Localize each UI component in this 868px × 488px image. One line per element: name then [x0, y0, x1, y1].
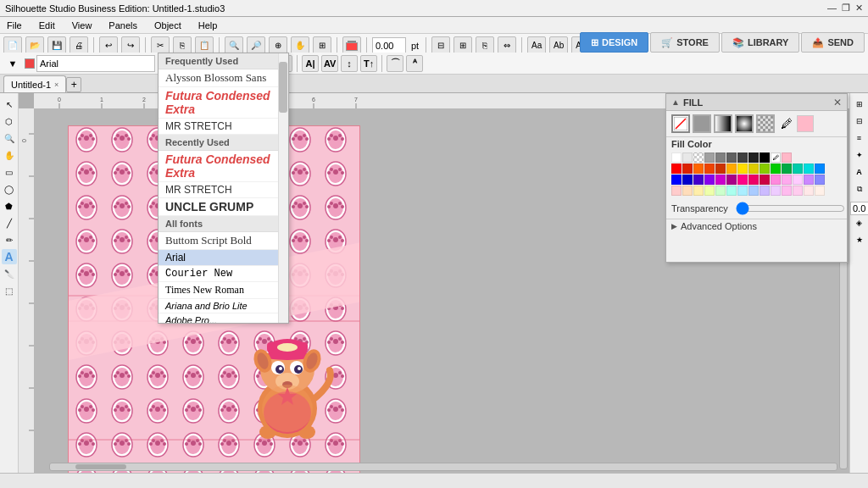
- advanced-options-btn[interactable]: Advanced Options: [681, 221, 757, 231]
- tool-knife[interactable]: 🔪: [2, 266, 17, 281]
- swatch-darkorange[interactable]: [704, 164, 715, 174]
- swatch-green[interactable]: [771, 164, 781, 174]
- swatch-purple[interactable]: [726, 175, 737, 185]
- font-item-arial[interactable]: Arial: [159, 250, 288, 266]
- tab-library[interactable]: 📚 LIBRARY: [721, 32, 799, 53]
- fill-type-linear[interactable]: [714, 114, 732, 133]
- tool-ellipse[interactable]: ◯: [2, 181, 17, 197]
- swatch-gray[interactable]: [704, 152, 715, 163]
- swatch-p4[interactable]: [704, 186, 715, 196]
- swatch-p13[interactable]: [804, 186, 814, 196]
- swatch-crimson[interactable]: [748, 175, 759, 185]
- swatch-lime[interactable]: [760, 164, 770, 174]
- new-tab-btn[interactable]: +: [66, 77, 81, 92]
- swatch-aqua[interactable]: [793, 164, 803, 174]
- swatch-p12[interactable]: [793, 186, 803, 196]
- tracking-btn[interactable]: AV: [321, 55, 338, 72]
- font-color-swatch[interactable]: [25, 58, 35, 69]
- font-item-futura-freq[interactable]: Futura Condensed Extra: [159, 87, 288, 119]
- swatch-black[interactable]: [760, 152, 770, 163]
- tool-rectangle[interactable]: ▭: [2, 164, 17, 180]
- rt-layers[interactable]: ≡: [852, 130, 867, 146]
- rt-star[interactable]: ★: [852, 232, 867, 247]
- leading-btn[interactable]: ↕: [341, 55, 358, 72]
- menu-panels[interactable]: Panels: [105, 19, 141, 32]
- close-btn[interactable]: ✕: [855, 3, 863, 14]
- document-tab[interactable]: Untitled-1 ×: [3, 75, 66, 92]
- swatch-lavender[interactable]: [793, 175, 803, 185]
- swatch-darkgray[interactable]: [726, 152, 737, 163]
- swatch-pink2[interactable]: [782, 175, 792, 185]
- swatch-gray2[interactable]: [715, 152, 726, 163]
- fill-panel-collapse-btn[interactable]: ▲: [671, 97, 680, 107]
- swatch-violet[interactable]: [704, 175, 715, 185]
- tool-eraser[interactable]: ⬚: [2, 283, 17, 298]
- minimize-btn[interactable]: —: [827, 3, 837, 14]
- swatch-checker[interactable]: [693, 152, 704, 163]
- swatch-p14[interactable]: [815, 186, 825, 196]
- kerning-btn[interactable]: A|: [302, 55, 319, 72]
- swatch-indigo[interactable]: [693, 175, 704, 185]
- maximize-btn[interactable]: ❐: [842, 3, 850, 14]
- swatch-amber[interactable]: [726, 164, 737, 174]
- eyedropper-btn[interactable]: 🖉: [781, 117, 793, 130]
- rt-effects[interactable]: ✦: [852, 147, 867, 163]
- font-dropdown-scrollthumb[interactable]: [279, 62, 287, 113]
- swatch-p2[interactable]: [682, 186, 693, 196]
- hscroll-thumb[interactable]: [75, 464, 126, 469]
- menu-help[interactable]: Help: [195, 19, 221, 32]
- swatch-p10[interactable]: [771, 186, 781, 196]
- swatch-navy[interactable]: [682, 175, 693, 185]
- font-dropdown-scrollbar[interactable]: [278, 53, 288, 323]
- swatch-lightgray1[interactable]: [682, 152, 693, 163]
- warp-btn[interactable]: ⌒: [387, 55, 403, 72]
- font-item-mrstretch-recent[interactable]: MR STRETCH: [159, 182, 288, 198]
- fill-type-solid[interactable]: [693, 114, 711, 133]
- fill-type-none[interactable]: [671, 114, 690, 133]
- transparency-value-input[interactable]: [850, 202, 868, 215]
- swatch-white[interactable]: [671, 152, 682, 163]
- rt-typography[interactable]: A: [852, 164, 867, 180]
- rt-replicate[interactable]: ⧉: [852, 181, 867, 197]
- swatch-p3[interactable]: [693, 186, 704, 196]
- swatch-darkblue[interactable]: [671, 175, 682, 185]
- swatch-p11[interactable]: [782, 186, 792, 196]
- swatch-p5[interactable]: [715, 186, 726, 196]
- swatch-periwinkle[interactable]: [815, 175, 825, 185]
- font-item-unclegrump-recent[interactable]: UNCLE GRUMP: [159, 198, 288, 216]
- swatch-yellow[interactable]: [737, 164, 748, 174]
- swatch-p6[interactable]: [726, 186, 737, 196]
- swatch-darkyellow[interactable]: [748, 164, 759, 174]
- font-name-input[interactable]: [36, 55, 155, 72]
- swatch-p8[interactable]: [748, 186, 759, 196]
- tool-pan[interactable]: ✋: [2, 147, 17, 163]
- swatch-p9[interactable]: [760, 186, 770, 196]
- tool-text[interactable]: A: [2, 249, 17, 264]
- swatch-lightpink[interactable]: [771, 175, 781, 185]
- fill-panel-close-btn[interactable]: ✕: [833, 97, 842, 108]
- fill-type-pattern[interactable]: [756, 114, 775, 133]
- swatch-p1[interactable]: [671, 186, 682, 196]
- text-on-path-btn[interactable]: ᴬ: [406, 55, 423, 72]
- menu-edit[interactable]: Edit: [36, 19, 58, 32]
- font-item-futura-recent[interactable]: Futura Condensed Extra: [159, 151, 288, 182]
- swatch-blue[interactable]: [815, 164, 825, 174]
- swatch-magenta[interactable]: [715, 175, 726, 185]
- tool-node[interactable]: ⬡: [2, 114, 17, 129]
- tool-line[interactable]: ╱: [2, 215, 17, 230]
- menu-object[interactable]: Object: [151, 19, 185, 32]
- rt-align[interactable]: ⊟: [852, 114, 867, 129]
- transparency-slider[interactable]: [736, 202, 845, 214]
- swatch-nearlblack[interactable]: [748, 152, 759, 163]
- pink-swatch[interactable]: [797, 115, 814, 132]
- swatch-purple2[interactable]: [804, 175, 814, 185]
- tab-close-btn[interactable]: ×: [54, 80, 58, 89]
- menu-view[interactable]: View: [69, 19, 96, 32]
- font-item-courier[interactable]: Courier New: [159, 266, 288, 282]
- swatch-pink[interactable]: [782, 152, 792, 163]
- font-item-adobe[interactable]: Adobe Pro...: [159, 313, 288, 324]
- fill-type-radial[interactable]: [735, 114, 754, 133]
- font-item-times[interactable]: Times New Roman: [159, 282, 288, 299]
- swatch-teal[interactable]: [782, 164, 792, 174]
- font-item-buttom[interactable]: Buttom Script Bold: [159, 232, 288, 250]
